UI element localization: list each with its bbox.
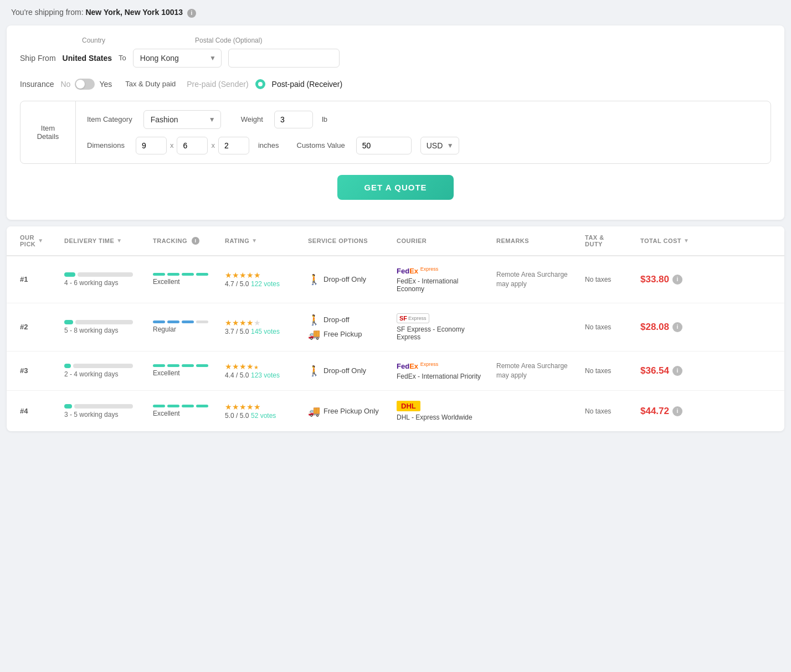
- tracking-info-icon[interactable]: i: [192, 237, 199, 245]
- cost-2: $28.08 i: [636, 312, 708, 343]
- insurance-toggle[interactable]: [75, 79, 95, 90]
- track-bar-4a: [153, 405, 165, 407]
- delivery-bar-filled-3: [64, 364, 71, 368]
- dim-length-input[interactable]: [136, 137, 167, 154]
- to-label: To: [119, 54, 126, 62]
- service-2: 🚶Drop-off 🚚Free Pickup: [304, 304, 392, 350]
- tax-duty-label: Tax & Duty paid: [125, 80, 176, 88]
- track-bar-1d: [196, 273, 208, 276]
- track-bar-4b: [167, 405, 179, 407]
- country-select-wrap[interactable]: Hong Kong China Japan United Kingdom ▼: [133, 49, 222, 68]
- table-row: #1 4 - 6 working days Excellent ★★★★★ 4.…: [7, 256, 784, 303]
- track-bar-2a: [153, 321, 165, 323]
- item-category-select[interactable]: Fashion Electronics Documents: [143, 110, 221, 129]
- service-3: 🚶Drop-off Only: [304, 355, 392, 387]
- th-courier: COURIER: [392, 226, 492, 255]
- remarks-2: [492, 317, 581, 337]
- rating-3: ★★★★★ 4.4 / 5.0 123 votes: [220, 352, 304, 389]
- delivery-bar-filled-1: [64, 272, 75, 277]
- tax-postpaid-option[interactable]: Post-paid (Receiver): [272, 80, 343, 89]
- insurance-label: Insurance: [20, 80, 54, 89]
- service-4: 🚚Free Pickup Only: [304, 395, 392, 427]
- th-tracking[interactable]: TRACKING i: [148, 226, 220, 255]
- tracking-label-3: Excellent: [153, 369, 216, 377]
- delivery-days-1: 4 - 6 working days: [64, 279, 144, 287]
- shipping-banner: You're shipping from: New York, New York…: [0, 0, 791, 25]
- tax-2: No taxes: [581, 313, 636, 341]
- stars-1: ★★★★★: [225, 271, 299, 280]
- cost-info-icon-4[interactable]: i: [672, 406, 682, 416]
- tax-postpaid-radio[interactable]: [255, 79, 265, 89]
- currency-select[interactable]: USD EUR GBP: [420, 137, 459, 154]
- table-row: #2 5 - 8 working days Regular ★★★★★ 3.7 …: [7, 303, 784, 351]
- dim-unit-label: inches: [258, 141, 279, 149]
- customs-value-input[interactable]: [356, 137, 412, 154]
- th-total-cost[interactable]: TOTAL COST ▼: [636, 226, 708, 255]
- rank-2: #2: [16, 313, 60, 341]
- track-bar-3a: [153, 364, 165, 367]
- th-service-options: SERVICE OPTIONS: [304, 226, 392, 255]
- item-category-select-wrap[interactable]: Fashion Electronics Documents ▼: [143, 110, 221, 129]
- tracking-2: Regular: [148, 311, 220, 343]
- cost-info-icon-2[interactable]: i: [672, 322, 682, 332]
- track-bar-3b: [167, 364, 179, 367]
- dhl-logo-4: DHL: [397, 401, 487, 411]
- delivery-bar-filled-4: [64, 404, 72, 409]
- remarks-3: Remote Area Surcharge may apply: [492, 351, 581, 390]
- dim-x1: x: [170, 141, 174, 149]
- tax-prepaid-option[interactable]: Pre-paid (Sender): [187, 80, 248, 89]
- track-bar-4c: [182, 405, 194, 407]
- delivery-2: 5 - 8 working days: [60, 310, 148, 344]
- banner-text: You're shipping from:: [11, 8, 84, 17]
- delivery-bar-empty-4: [74, 404, 133, 409]
- service-1: 🚶Drop-off Only: [304, 263, 392, 296]
- stars-4: ★★★★★: [225, 402, 299, 411]
- delivery-bar-empty-2: [75, 320, 133, 324]
- th-our-pick[interactable]: OURPICK ▼: [16, 226, 60, 255]
- rating-text-4: 5.0 / 5.0 52 votes: [225, 411, 299, 420]
- item-details-label: Item Details: [20, 101, 76, 163]
- courier-name-2: SF Express - Economy Express: [397, 325, 487, 341]
- dim-width-input[interactable]: [177, 137, 208, 154]
- banner-info-icon[interactable]: i: [187, 9, 196, 18]
- track-bar-2d: [196, 321, 208, 323]
- delivery-days-2: 5 - 8 working days: [64, 327, 144, 334]
- rating-1: ★★★★★ 4.7 / 5.0 122 votes: [220, 261, 304, 298]
- dim-height-input[interactable]: [218, 137, 249, 154]
- cost-1: $33.80 i: [636, 264, 708, 295]
- tracking-3: Excellent: [148, 354, 220, 387]
- courier-name-1: FedEx - International Economy: [397, 277, 487, 293]
- tracking-label-4: Excellent: [153, 410, 216, 417]
- delivery-1: 4 - 6 working days: [60, 262, 148, 297]
- tax-4: No taxes: [581, 397, 636, 425]
- get-quote-button[interactable]: GET A QUOTE: [337, 175, 453, 200]
- fedex-logo-3: FedEx Express: [397, 361, 487, 370]
- cost-info-icon-1[interactable]: i: [672, 275, 682, 285]
- postal-code-input[interactable]: [228, 49, 340, 68]
- country-select[interactable]: Hong Kong China Japan United Kingdom: [133, 49, 222, 68]
- th-rating[interactable]: RATING ▼: [220, 226, 304, 255]
- customs-label: Customs Value: [297, 141, 345, 149]
- delivery-sort-icon: ▼: [116, 237, 122, 244]
- track-bar-1c: [182, 273, 194, 276]
- rating-text-1: 4.7 / 5.0 122 votes: [225, 280, 299, 288]
- rank-1: #1: [16, 265, 60, 293]
- th-tax-duty: TAX &DUTY: [581, 226, 636, 255]
- tracking-4: Excellent: [148, 395, 220, 427]
- dim-x2: x: [211, 141, 215, 149]
- tax-1: No taxes: [581, 265, 636, 293]
- rating-sort-icon: ▼: [251, 237, 257, 244]
- track-bar-1b: [167, 273, 179, 276]
- currency-select-wrap[interactable]: USD EUR GBP ▼: [420, 137, 459, 154]
- cost-4: $44.72 i: [636, 396, 708, 427]
- cost-info-icon-3[interactable]: i: [672, 366, 682, 376]
- courier-name-3: FedEx - International Priority: [397, 373, 487, 380]
- cost-3: $36.54 i: [636, 355, 708, 386]
- tax-3: No taxes: [581, 356, 636, 385]
- weight-input[interactable]: [274, 111, 313, 128]
- banner-location: New York, New York 10013: [85, 8, 183, 17]
- rating-2: ★★★★★ 3.7 / 5.0 145 votes: [220, 308, 304, 345]
- th-delivery-time[interactable]: DELIVERY TIME ▼: [60, 226, 148, 255]
- courier-3: FedEx Express FedEx - International Prio…: [392, 351, 492, 390]
- rating-text-3: 4.4 / 5.0 123 votes: [225, 371, 299, 379]
